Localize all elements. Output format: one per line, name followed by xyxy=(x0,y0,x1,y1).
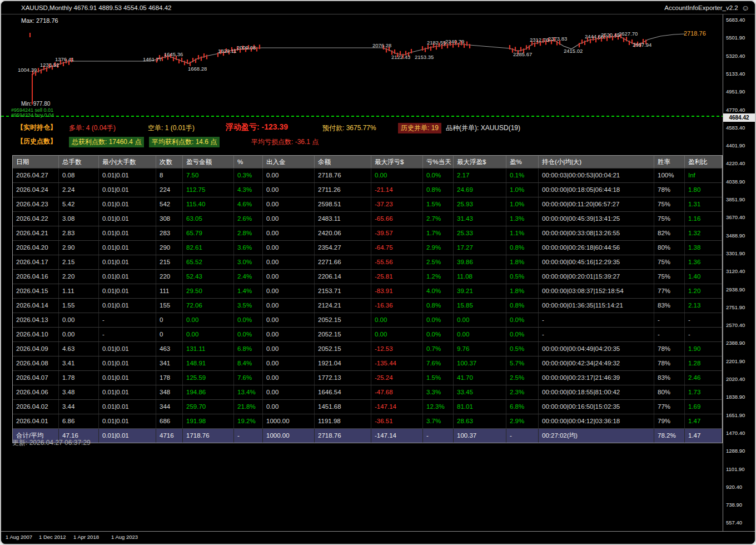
total-win-points-badge: 总获利点数: 17460.4 点 xyxy=(69,137,144,147)
price-axis-label: 1101.90 xyxy=(726,465,745,472)
cell-lots: 3.41 xyxy=(59,356,99,370)
chart-pane[interactable]: 1004.391233.521376.411461.771645.361668.… xyxy=(1,14,723,531)
cell-winrate: 83% xyxy=(654,371,685,385)
equity-point-label: 1233.52 xyxy=(40,62,59,68)
equity-point-label: 2697.94 xyxy=(633,42,651,48)
cell-max_loss: -83.91 xyxy=(371,284,423,298)
cell-max_profit: 39.86 xyxy=(454,255,506,269)
column-header: 盈% xyxy=(506,156,539,168)
indicator-name: AccountInfoExporter_v2.2 xyxy=(664,4,738,11)
cell-minmax: 0.01|0.01 xyxy=(99,371,156,385)
cell-lots: 2.90 xyxy=(59,241,99,255)
cell-count: 463 xyxy=(156,342,183,356)
cell-loss_pct: 12.3% xyxy=(423,400,454,414)
cell-pct: 6.8% xyxy=(234,342,263,356)
cell-pct: 21.8% xyxy=(234,400,263,414)
price-axis-label: 4770.40 xyxy=(726,106,745,112)
equity-point-label: 1376.41 xyxy=(55,56,74,62)
cell-date: 2026.04.15 xyxy=(13,284,59,298)
price-axis-label: 5501.90 xyxy=(726,34,745,41)
cell-hold: 00:00:00|03:08:37|152:18:54 xyxy=(539,284,654,298)
cell-max_loss: -39.57 xyxy=(371,226,423,240)
cell-winrate: - xyxy=(654,313,685,327)
cell-minmax: 0.01|0.01 xyxy=(99,342,156,356)
cell-balance: 2598.51 xyxy=(315,197,371,211)
avg-win-points-badge: 平均获利点数: 14.6 点 xyxy=(149,137,220,147)
cell-loss_pct: 7.6% xyxy=(423,356,454,370)
column-header: 最大浮亏$ xyxy=(371,156,423,168)
equity-point-label: 1645.36 xyxy=(164,51,183,57)
cell-profit_pct: 1.8% xyxy=(506,255,539,269)
price-axis-label: 4401.90 xyxy=(726,142,745,148)
cell-winrate: 75% xyxy=(654,197,685,211)
cell-profit: 125.59 xyxy=(183,371,234,385)
cell-pct: 0.0% xyxy=(234,313,263,327)
cell-winrate: 75% xyxy=(654,270,685,284)
cell-date: 2026.04.21 xyxy=(13,226,59,240)
cell-winrate: - xyxy=(654,328,685,341)
cell-ratio: - xyxy=(685,313,722,327)
equity-point-label: 2520.45 xyxy=(601,32,620,38)
cell-ratio: 1.28 xyxy=(685,356,722,370)
table-row: 2026.04.094.630.01|0.01463131.116.8%0.00… xyxy=(13,341,722,356)
cell-date: 2026.04.08 xyxy=(13,356,59,370)
column-header: 余额 xyxy=(315,156,371,168)
cell-max_profit: 0.00 xyxy=(454,328,506,341)
cell-max_profit: 33.45 xyxy=(454,385,506,399)
price-axis-label: 1838.90 xyxy=(726,394,745,400)
column-header: 次数 xyxy=(156,156,183,168)
price-axis-label: 557.40 xyxy=(726,519,742,526)
cell-profit_pct: - xyxy=(506,429,539,443)
price-axis-label: 1288.90 xyxy=(726,448,745,454)
cell-minmax: 0.01|0.01 xyxy=(99,169,156,182)
column-header: 最小|大手数 xyxy=(99,156,156,168)
time-axis-label: 1 Apr 2018 xyxy=(73,534,99,540)
cell-winrate: 78% xyxy=(654,356,685,370)
daily-stats-table: 日期总手数最小|大手数次数盈亏金额%出入金余额最大浮亏$亏%当天最大浮盈$盈%持… xyxy=(12,155,723,443)
cell-profit: 1718.76 xyxy=(183,429,234,443)
cell-profit_pct: 2.3% xyxy=(506,385,539,399)
time-axis[interactable]: 1 Aug 2007 1 Dec 2012 1 Apr 2018 1 Aug 2… xyxy=(1,531,755,544)
price-axis-label: 3851.90 xyxy=(726,196,745,202)
cell-winrate: 78.2% xyxy=(654,429,685,443)
cell-count: 344 xyxy=(156,400,183,414)
cell-hold: 00:00:00|00:33:08|13:26:55 xyxy=(539,226,654,240)
cell-count: 283 xyxy=(156,226,183,240)
cell-profit: 65.52 xyxy=(183,255,234,269)
cell-lots: 4.63 xyxy=(59,342,99,356)
price-axis-label: 2388.90 xyxy=(726,340,745,346)
price-axis-label: 3120.40 xyxy=(726,268,745,274)
price-axis-label: 1651.90 xyxy=(726,412,745,418)
cell-max_loss: -65.66 xyxy=(371,212,423,226)
cell-loss_pct: 2.5% xyxy=(423,255,454,269)
column-header: % xyxy=(234,156,263,168)
cell-balance: 2718.76 xyxy=(315,169,371,182)
cell-profit_pct: 0.1% xyxy=(506,169,539,182)
cell-loss_pct: 0.0% xyxy=(423,313,454,327)
cell-loss_pct: 1.7% xyxy=(423,226,454,240)
cell-count: 8 xyxy=(156,169,183,182)
cell-date: 2026.04.14 xyxy=(13,299,59,313)
cell-balance: 1451.68 xyxy=(315,400,371,414)
table-row: 2026.04.100.00-00.000.0%0.002052.150.000… xyxy=(13,327,722,341)
cell-lots: 1.55 xyxy=(59,299,99,313)
equity-point-label: 2240.79 xyxy=(445,38,464,44)
cell-inout: 0.00 xyxy=(263,342,315,356)
price-axis-label: 4951.90 xyxy=(726,88,745,95)
equity-min-label: Min: 977.80 xyxy=(21,101,50,107)
cell-profit: 148.91 xyxy=(183,356,234,370)
price-axis[interactable]: 4684.42 5683.405501.905320.405133.404951… xyxy=(723,14,755,531)
cell-max_profit: 25.33 xyxy=(454,226,506,240)
cell-max_profit: 17.27 xyxy=(454,241,506,255)
cell-inout: 0.00 xyxy=(263,356,315,370)
cell-hold: - xyxy=(539,328,654,341)
price-axis-label: 920.40 xyxy=(726,483,742,489)
cell-loss_pct: 1.5% xyxy=(423,197,454,211)
cell-minmax: 0.01|0.01 xyxy=(99,226,156,240)
cell-hold: 00:27:02(均) xyxy=(539,429,654,443)
cell-profit_pct: 1.8% xyxy=(506,284,539,298)
equity-point-label: 2153.35 xyxy=(415,54,434,60)
time-axis-label: 1 Dec 2012 xyxy=(39,534,66,540)
cell-inout: 1000.00 xyxy=(263,429,315,443)
price-axis-label: 5320.40 xyxy=(726,52,745,58)
